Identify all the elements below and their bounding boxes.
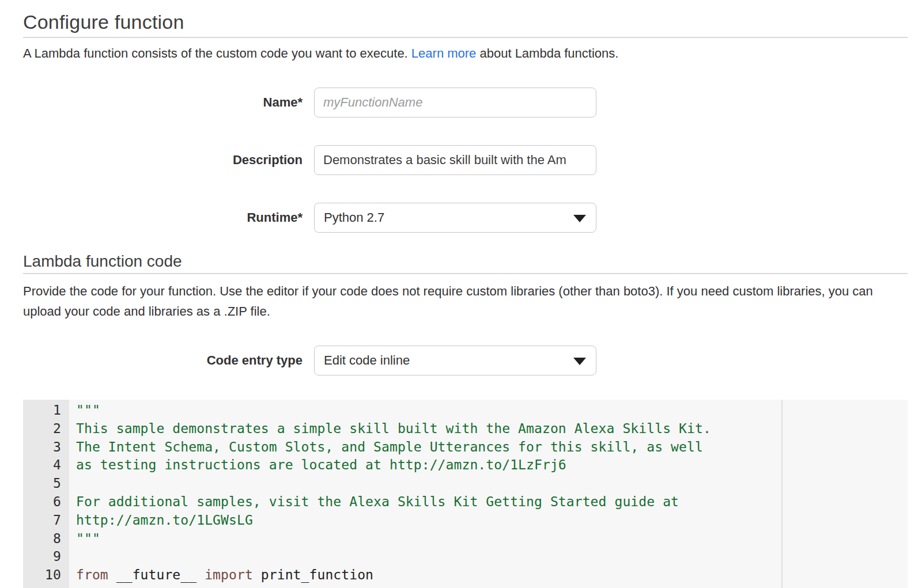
- line-number: 1: [23, 401, 69, 420]
- code-line: as testing instructions are located at h…: [76, 456, 908, 475]
- line-number: 9: [23, 548, 69, 566]
- title-divider: [23, 37, 908, 38]
- line-number: 6: [23, 493, 69, 511]
- code-line: For additional samples, visit the Alexa …: [76, 493, 908, 511]
- code-line: """: [76, 530, 908, 548]
- line-number: 3: [23, 438, 69, 457]
- dropdown-caret-icon: [573, 358, 586, 365]
- code-section-divider: [23, 273, 908, 274]
- intro-text-before: A Lambda function consists of the custom…: [23, 46, 411, 60]
- editor-code[interactable]: """This sample demonstrates a simple ski…: [69, 400, 908, 588]
- runtime-label: Runtime*: [23, 210, 303, 225]
- runtime-row: Runtime* Python 2.7: [23, 203, 908, 233]
- description-input[interactable]: [314, 145, 596, 175]
- editor-gutter: 12345678910: [23, 400, 69, 588]
- code-entry-type-row: Code entry type Edit code inline: [23, 346, 908, 375]
- configure-function-form: Name* Description Runtime* Python 2.7: [23, 88, 908, 233]
- name-row: Name*: [23, 88, 908, 117]
- line-number: 4: [23, 456, 69, 475]
- code-entry-type-selected-value: Edit code inline: [324, 353, 410, 368]
- line-number: 7: [23, 511, 69, 530]
- code-line: [76, 548, 908, 566]
- intro-text: A Lambda function consists of the custom…: [23, 46, 908, 61]
- line-number: 5: [23, 475, 69, 493]
- code-section-title: Lambda function code: [23, 252, 908, 271]
- code-line: http://amzn.to/1LGWsLG: [76, 511, 908, 530]
- learn-more-link[interactable]: Learn more: [411, 46, 477, 60]
- editor-print-margin: [781, 400, 783, 588]
- name-input[interactable]: [314, 88, 596, 117]
- code-line: [76, 475, 908, 493]
- runtime-select[interactable]: Python 2.7: [314, 203, 596, 233]
- code-entry-type-label: Code entry type: [23, 353, 303, 368]
- line-number: 10: [23, 566, 69, 585]
- intro-text-after: about Lambda functions.: [476, 46, 618, 60]
- page-title: Configure function: [23, 0, 908, 35]
- description-label: Description: [23, 153, 303, 168]
- description-row: Description: [23, 145, 908, 175]
- code-line: The Intent Schema, Custom Slots, and Sam…: [76, 438, 908, 457]
- code-editor[interactable]: 12345678910 """This sample demonstrates …: [23, 400, 908, 588]
- code-entry-type-select[interactable]: Edit code inline: [314, 346, 596, 375]
- code-line: from __future__ import print_function: [76, 566, 908, 585]
- name-label: Name*: [23, 95, 303, 110]
- configure-function-page: Configure function A Lambda function con…: [0, 0, 922, 588]
- code-line: """: [76, 401, 908, 420]
- line-number: 8: [23, 530, 69, 548]
- code-line: This sample demonstrates a simple skill …: [76, 420, 908, 438]
- runtime-selected-value: Python 2.7: [324, 210, 384, 225]
- dropdown-caret-icon: [573, 215, 586, 222]
- line-number: 2: [23, 420, 69, 438]
- code-section-description: Provide the code for your function. Use …: [23, 281, 908, 321]
